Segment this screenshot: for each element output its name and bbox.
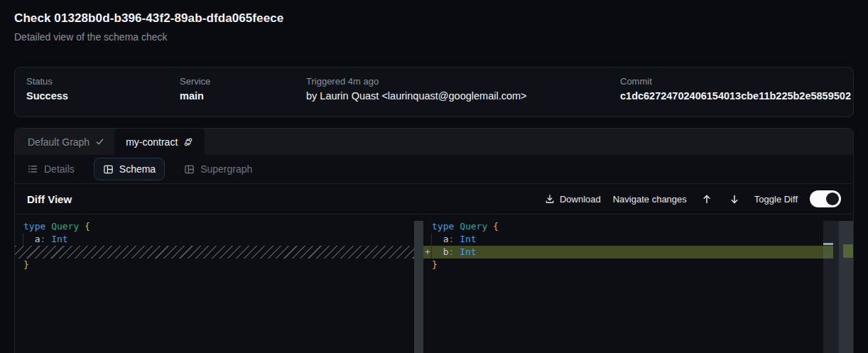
- tab-schema-label: Schema: [119, 163, 156, 175]
- status-value: Success: [26, 90, 68, 102]
- diff-toolbar-actions: Download Navigate changes Toggle Diff: [545, 190, 841, 207]
- code-line: }: [423, 259, 854, 271]
- commit-column: Commit c1dc62724702406154013cbe11b225b2e…: [620, 76, 851, 102]
- tab-details-label: Details: [44, 163, 75, 175]
- tab-my-contract[interactable]: my-contract: [114, 129, 205, 155]
- added-change-marker: [843, 244, 854, 258]
- left-pane-scrollbar[interactable]: [414, 221, 423, 353]
- arrow-up-icon: [702, 194, 712, 205]
- code-before: type Query { a: Int}: [15, 214, 414, 271]
- code-line: type Query {: [423, 220, 854, 233]
- service-label: Service: [180, 76, 210, 87]
- status-column: Status Success: [26, 76, 68, 102]
- page-header: Check 01328b0d-b396-43f2-89ab-dfda065fee…: [14, 11, 283, 43]
- added-code-line: + b: Int: [423, 246, 854, 259]
- download-button[interactable]: Download: [545, 194, 601, 205]
- tab-supergraph-label: Supergraph: [200, 163, 252, 175]
- arrow-down-icon: [729, 194, 739, 205]
- code-line: type Query {: [15, 220, 414, 233]
- code-line: a: Int: [15, 233, 414, 246]
- diff-toolbar: Diff View Download Navigate changes: [15, 183, 853, 214]
- download-icon: [545, 194, 555, 204]
- code-after: type Query { a: Int+ b: Int}: [423, 214, 854, 271]
- diff-pane-after: type Query { a: Int+ b: Int}: [423, 214, 854, 353]
- page-subtitle: Detailed view of the schema check: [14, 31, 283, 43]
- check-summary-card: Status Success Service main Triggered 4m…: [14, 67, 854, 117]
- columns-icon: [103, 164, 114, 175]
- check-icon: [95, 137, 104, 146]
- triggered-value: by Laurin Quast <laurinquast@googlemail.…: [306, 90, 527, 102]
- diff-overview-ruler: [839, 221, 854, 353]
- schema-check-panel: Default Graph my-contract Details: [14, 128, 854, 353]
- git-compare-icon: [183, 137, 193, 147]
- commit-value: c1dc62724702406154013cbe11b225b2e5859502: [620, 90, 851, 102]
- tab-schema[interactable]: Schema: [94, 158, 165, 180]
- toggle-diff-switch[interactable]: [810, 190, 841, 207]
- diff-pane-before: type Query { a: Int}: [15, 214, 414, 353]
- diff-filler-line: [15, 246, 414, 259]
- indent-guide: [23, 233, 23, 246]
- code-line: }: [15, 259, 414, 271]
- toggle-diff-label: Toggle Diff: [754, 194, 798, 205]
- columns-icon: [184, 164, 195, 175]
- tab-details[interactable]: Details: [18, 158, 84, 180]
- tab-default-graph-label: Default Graph: [28, 136, 89, 148]
- next-change-button[interactable]: [727, 194, 742, 205]
- service-column: Service main: [180, 76, 210, 102]
- code-line: a: Int: [423, 233, 854, 246]
- tab-my-contract-label: my-contract: [126, 136, 178, 148]
- toggle-knob: [826, 192, 839, 205]
- list-icon: [27, 163, 38, 175]
- previous-change-button[interactable]: [699, 194, 715, 205]
- navigate-changes-label: Navigate changes: [613, 194, 687, 205]
- service-value: main: [180, 90, 210, 102]
- download-label: Download: [560, 194, 601, 205]
- triggered-column: Triggered 4m ago by Laurin Quast <laurin…: [306, 76, 527, 102]
- status-label: Status: [26, 76, 68, 87]
- added-line-gutter-sign: +: [425, 246, 430, 259]
- graph-tabs-bar: Default Graph my-contract: [15, 129, 853, 155]
- tab-default-graph[interactable]: Default Graph: [15, 129, 114, 155]
- tab-supergraph[interactable]: Supergraph: [175, 158, 261, 180]
- triggered-label: Triggered 4m ago: [306, 76, 527, 87]
- diff-view-title: Diff View: [27, 193, 72, 205]
- scrollbar-thumb: [823, 243, 833, 245]
- right-pane-scrollbar[interactable]: [823, 221, 839, 353]
- page-title: Check 01328b0d-b396-43f2-89ab-dfda065fee…: [14, 11, 283, 26]
- diff-editor: type Query { a: Int} type Query { a: Int…: [15, 214, 853, 353]
- view-tabs-bar: Details Schema Supergraph: [15, 155, 853, 183]
- indent-guide: [431, 233, 432, 259]
- commit-label: Commit: [620, 76, 851, 87]
